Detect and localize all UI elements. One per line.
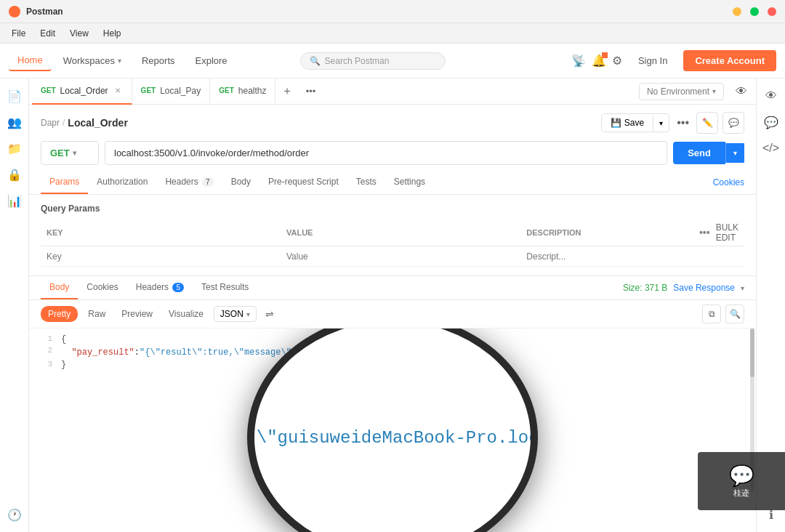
nav-workspaces[interactable]: Workspaces ▾ xyxy=(55,51,130,70)
code-area: 1 { 2 "pay_result":"{\"result\":true,\"m… xyxy=(29,329,756,532)
tab-close-icon[interactable]: ✕ xyxy=(113,86,123,96)
magnifier-content: t":\"guisuweideMacBook-Pro.local xyxy=(247,428,538,448)
col-key: KEY xyxy=(41,219,281,246)
tab-name2: Local_Pay xyxy=(160,86,201,96)
format-pretty-button[interactable]: Pretty xyxy=(41,306,78,322)
env-label: No Environment xyxy=(647,86,709,97)
resp-tab-body[interactable]: Body xyxy=(41,276,78,299)
send-dropdown-button[interactable]: ▾ xyxy=(725,143,744,163)
value-input[interactable] xyxy=(286,251,515,262)
url-bar: GET ▾ Send ▾ xyxy=(41,141,744,165)
add-tab-button[interactable]: ＋ xyxy=(275,78,299,105)
header-right: 📡 🔔 ⚙ Sign In Create Account xyxy=(571,50,776,71)
code-icon[interactable]: </> xyxy=(760,137,783,160)
format-raw-button[interactable]: Raw xyxy=(82,306,111,322)
resp-tab-cookies[interactable]: Cookies xyxy=(78,276,126,299)
tab-local-pay[interactable]: GET Local_Pay xyxy=(132,78,211,105)
folder-icon[interactable]: 📁 xyxy=(3,137,26,160)
tab-name3: healthz xyxy=(238,86,267,96)
history-icon[interactable]: 🕐 xyxy=(3,503,26,526)
format-selector[interactable]: JSON ▾ xyxy=(214,306,257,322)
more-actions-label[interactable]: ••• xyxy=(674,113,692,132)
tab-body[interactable]: Body xyxy=(222,171,259,194)
format-preview-button[interactable]: Preview xyxy=(116,306,158,322)
maximize-button[interactable] xyxy=(750,7,759,16)
tab-healthz[interactable]: GET healthz xyxy=(210,78,275,105)
response-meta: Size: 371 B Save Response ▾ xyxy=(623,283,744,293)
format-visualize-button[interactable]: Visualize xyxy=(163,306,209,322)
new-tab-icon[interactable]: 📄 xyxy=(3,84,26,108)
copy-button[interactable]: ⧉ xyxy=(702,305,721,323)
key-input[interactable] xyxy=(47,251,275,262)
save-button-group: 💾 Save ▾ xyxy=(601,113,669,132)
shield-icon[interactable]: 🔒 xyxy=(3,163,26,186)
wrap-icon[interactable]: ⇌ xyxy=(261,307,278,321)
main-header: Home Workspaces ▾ Reports Explore 🔍 Sear… xyxy=(0,44,785,78)
resp-tab-test-results[interactable]: Test Results xyxy=(193,276,257,299)
url-input[interactable] xyxy=(105,141,667,165)
watermark: 💬 桂迹 xyxy=(698,452,785,510)
code-content: { xyxy=(61,334,66,344)
satellite-icon[interactable]: 📡 xyxy=(571,54,586,68)
tab-method-get: GET xyxy=(41,86,56,94)
tab-pre-request[interactable]: Pre-request Script xyxy=(259,171,347,194)
tab-settings[interactable]: Settings xyxy=(385,171,434,194)
magnified-text: t":\"guisuweideMacBook-Pro.local xyxy=(247,428,538,448)
more-tabs-button[interactable]: ••• xyxy=(299,78,322,105)
chart-icon[interactable]: 📊 xyxy=(3,189,26,212)
main-content: GET Local_Order ✕ GET Local_Pay GET heal… xyxy=(29,78,756,532)
nav-reports[interactable]: Reports xyxy=(133,51,184,70)
response-tabs-row: Body Cookies Headers 5 Test Results Size… xyxy=(29,276,756,300)
request-area: Dapr / Local_Order 💾 Save ▾ ••• ✏️ 💬 xyxy=(29,105,756,195)
title-bar: Postman xyxy=(0,0,785,23)
menu-help[interactable]: Help xyxy=(97,27,127,40)
menu-file[interactable]: File xyxy=(6,27,31,40)
cookies-link[interactable]: Cookies xyxy=(713,177,744,188)
comment-right-icon[interactable]: 💬 xyxy=(760,110,783,134)
tab-tests[interactable]: Tests xyxy=(347,171,385,194)
nav-explore[interactable]: Explore xyxy=(187,51,236,70)
scrollbar-thumb[interactable] xyxy=(750,329,754,377)
close-button[interactable] xyxy=(768,7,776,16)
nav-home[interactable]: Home xyxy=(9,50,52,71)
search-response-button[interactable]: 🔍 xyxy=(725,305,744,323)
code-content: } xyxy=(61,360,66,370)
method-selector[interactable]: GET ▾ xyxy=(41,141,99,165)
settings-icon[interactable]: ⚙ xyxy=(612,54,622,68)
people-icon[interactable]: 👥 xyxy=(3,110,26,134)
create-account-button[interactable]: Create Account xyxy=(683,50,776,71)
query-params-section: Query Params KEY VALUE DESCRIPTION ••• B… xyxy=(29,195,756,275)
more-params-icon[interactable]: ••• xyxy=(699,227,710,238)
bell-icon[interactable]: 🔔 xyxy=(592,54,606,68)
tab-params[interactable]: Params xyxy=(41,171,88,194)
menu-edit[interactable]: Edit xyxy=(34,27,61,40)
edit-icon-button[interactable]: ✏️ xyxy=(696,112,718,134)
environment-selector[interactable]: No Environment ▾ xyxy=(639,83,724,100)
resp-tab-headers[interactable]: Headers 5 xyxy=(127,276,193,299)
response-toolbar-right: ⧉ 🔍 xyxy=(702,305,744,323)
eye-right-icon[interactable]: 👁 xyxy=(760,84,783,108)
response-size: Size: 371 B xyxy=(623,283,667,293)
comment-icon-button[interactable]: 💬 xyxy=(722,112,744,134)
tab-authorization[interactable]: Authorization xyxy=(88,171,156,194)
breadcrumb-actions: 💾 Save ▾ ••• ✏️ 💬 xyxy=(601,112,744,134)
save-response-button[interactable]: Save Response xyxy=(673,283,735,293)
description-input[interactable] xyxy=(526,251,688,262)
bulk-edit-button[interactable]: Bulk Edit xyxy=(716,222,738,243)
col-description: DESCRIPTION xyxy=(520,219,693,246)
code-line-3: 3 } xyxy=(41,360,744,370)
tab-headers[interactable]: Headers 7 xyxy=(156,171,222,194)
minimize-button[interactable] xyxy=(733,7,741,16)
magnifier-overlay: t":\"guisuweideMacBook-Pro.local xyxy=(247,329,611,532)
menu-view[interactable]: View xyxy=(64,27,94,40)
line-number: 1 xyxy=(41,334,52,343)
tab-local-order[interactable]: GET Local_Order ✕ xyxy=(32,78,132,105)
sign-in-button[interactable]: Sign In xyxy=(628,51,677,70)
magnifier-circle: t":\"guisuweideMacBook-Pro.local xyxy=(247,329,538,532)
search-bar[interactable]: 🔍 Search Postman xyxy=(300,52,446,70)
save-dropdown-button[interactable]: ▾ xyxy=(653,116,669,131)
col-actions: ••• Bulk Edit xyxy=(693,219,744,246)
save-button[interactable]: 💾 Save xyxy=(602,114,653,132)
eye-icon[interactable]: 👁 xyxy=(730,80,753,103)
send-button[interactable]: Send xyxy=(673,142,725,164)
